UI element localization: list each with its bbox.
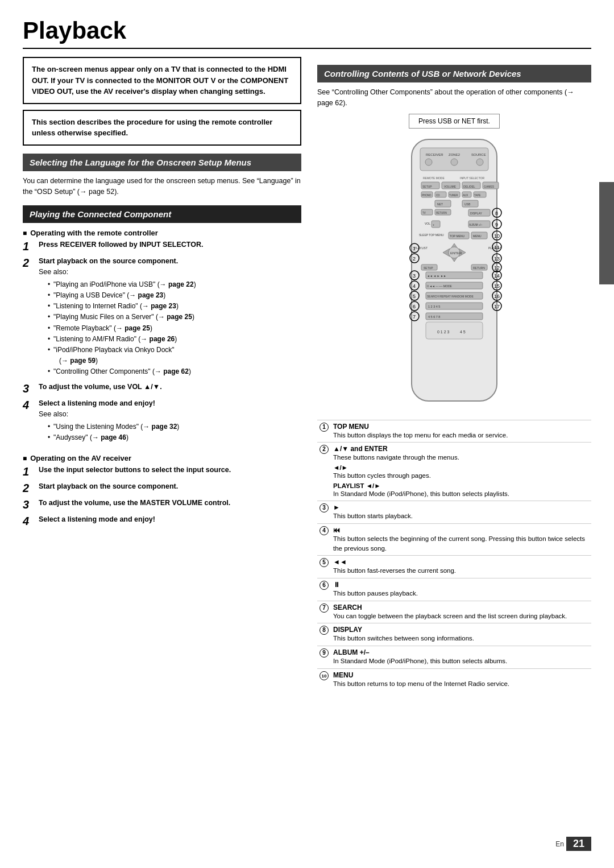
btn-desc-2a: This button cycles through pages. <box>333 471 589 481</box>
svg-text:11: 11 <box>494 244 500 250</box>
btn-num-10: 10 <box>317 668 331 691</box>
bullet-8: "Controlling Other Components" (→ page 6… <box>48 366 301 377</box>
svg-text:SETUP: SETUP <box>422 185 432 188</box>
svg-text:9: 9 <box>495 221 498 227</box>
sub2-step-3-num: 3 <box>23 498 35 511</box>
section1-title: Selecting the Language for the Onscreen … <box>30 158 251 167</box>
bullet-6: "Listening to AM/FM Radio" (→ page 26) <box>48 334 301 345</box>
sub2-step-2-num: 2 <box>23 481 35 495</box>
svg-text:TV: TV <box>422 212 426 214</box>
right-column: Controlling Contents of USB or Network D… <box>317 57 591 691</box>
bullet-10: "Audyssey" (→ page 46) <box>48 432 301 443</box>
btn-sublabel-2b: PLAYLIST ◄/► <box>333 482 589 489</box>
svg-text:SLEEP  TOP MENU: SLEEP TOP MENU <box>419 233 444 237</box>
svg-text:TUNER: TUNER <box>449 194 458 197</box>
warning-box-2: This section describes the procedure for… <box>23 110 301 146</box>
svg-text:◄◄  ◄  ►  ►►: ◄◄ ◄ ► ►► <box>427 274 446 278</box>
page-number-bar: En 21 <box>555 837 591 851</box>
step-2-bold: Start playback on the source component. <box>39 257 178 265</box>
step-4-bold: Select a listening mode and enjoy! <box>39 399 155 407</box>
step-1: 1 Press RECEIVER followed by INPUT SELEC… <box>23 239 301 253</box>
svg-text:ZONE2: ZONE2 <box>449 153 460 156</box>
svg-point-7 <box>476 159 483 166</box>
sub2-heading-text: Operating on the AV receiver <box>30 454 131 462</box>
bullet-2: "Playing a USB Device" (→ page 23) <box>48 290 301 301</box>
btn-label-4: ⏮ <box>333 526 589 534</box>
btn-num-2: 2 <box>317 443 331 501</box>
svg-text:ALBUM +/–: ALBUM +/– <box>469 224 483 226</box>
svg-text:RECEIVER: RECEIVER <box>426 153 443 156</box>
btn-label-9: ALBUM +/– <box>333 648 589 656</box>
sub2-step-4-bold: Select a listening mode and enjoy! <box>39 515 155 523</box>
warning-box-1: The on-screen menus appear only on a TV … <box>23 57 301 104</box>
btn-info-2: ▲/▼ and ENTER These buttons navigate thr… <box>331 443 591 501</box>
remote-diagram-wrap: RECEIVER ZONE2 SOURCE REMOTE MODE INPUT … <box>317 137 591 415</box>
main-content: The on-screen menus appear only on a TV … <box>23 57 591 691</box>
svg-text:RETURN: RETURN <box>436 212 447 214</box>
btn-row-6: 6 ⏸ This button pauses playback. <box>317 578 591 601</box>
svg-text:13: 13 <box>494 255 500 261</box>
svg-text:3: 3 <box>413 272 416 278</box>
step-2-bullets: "Playing an iPod/iPhone via USB" (→ page… <box>39 279 301 378</box>
warning-text-1: The on-screen menus appear only on a TV … <box>32 65 288 96</box>
step-3-num: 3 <box>23 382 35 395</box>
warning-text-2: This section describes the procedure for… <box>32 118 272 138</box>
svg-text:10: 10 <box>494 233 500 238</box>
btn-desc-4: This button selects the beginning of the… <box>333 534 589 553</box>
btn-label-3: ► <box>333 503 589 511</box>
btn-row-10: 10 MENU This button returns to top menu … <box>317 668 591 691</box>
step-4-num: 4 <box>23 398 35 445</box>
btn-label-1: TOP MENU <box>333 423 589 431</box>
btn-num-1: 1 <box>317 420 331 443</box>
sub2-step-2-content: Start playback on the source component. <box>39 481 301 495</box>
sub2-step-4-content: Select a listening mode and enjoy! <box>39 514 301 528</box>
title-rule <box>23 48 591 49</box>
section1-header: Selecting the Language for the Onscreen … <box>23 154 301 171</box>
svg-text:0  1  2  3: 0 1 2 3 <box>437 330 450 334</box>
btn-info-6: ⏸ This button pauses playback. <box>331 578 591 601</box>
svg-text:14: 14 <box>494 272 500 278</box>
svg-text:SEARCH  REPEAT  RANDOM  MODE: SEARCH REPEAT RANDOM MODE <box>427 295 474 298</box>
bullet-1: "Playing an iPod/iPhone via USB" (→ page… <box>48 279 301 290</box>
step-2-content: Start playback on the source component. … <box>39 256 301 379</box>
btn-row-7: 7 SEARCH You can toggle between the play… <box>317 601 591 623</box>
btn-row-1: 1 TOP MENU This button displays the top … <box>317 420 591 443</box>
step-2: 2 Start playback on the source component… <box>23 256 301 379</box>
right-section-title: Controlling Contents of USB or Network D… <box>324 69 521 78</box>
svg-text:VOLUME: VOLUME <box>444 185 457 188</box>
svg-text:USB: USB <box>464 202 471 206</box>
section1-body: You can determine the language used for … <box>23 176 301 198</box>
svg-text:TOP MENU: TOP MENU <box>450 234 465 238</box>
btn-info-4: ⏮ This button selects the beginning of t… <box>331 524 591 556</box>
btn-info-9: ALBUM +/– In Standard Mode (iPod/iPhone)… <box>331 646 591 669</box>
en-label: En <box>555 840 564 848</box>
btn-desc-10: This button returns to top menu of the I… <box>333 679 589 689</box>
sub1-heading: Operating with the remote controller <box>23 229 301 237</box>
btn-label-5: ◄◄ <box>333 558 589 566</box>
bullet-9: "Using the Listening Modes" (→ page 32) <box>48 421 301 432</box>
sub2-step-4: 4 Select a listening mode and enjoy! <box>23 514 301 528</box>
step-1-content: Press RECEIVER followed by INPUT SELECTO… <box>39 239 301 253</box>
bullet-7: "iPod/iPhone Playback via Onkyo Dock" (→… <box>48 345 301 366</box>
btn-info-7: SEARCH You can toggle between the playba… <box>331 601 591 623</box>
svg-text:5: 5 <box>413 293 416 299</box>
btn-num-4: 4 <box>317 524 331 556</box>
svg-point-6 <box>451 159 458 166</box>
step-3-content: To adjust the volume, use VOL ▲/▼. <box>39 382 301 395</box>
bullet-5: "Remote Playback" (→ page 25) <box>48 323 301 334</box>
sub2-step-1-num: 1 <box>23 465 35 478</box>
svg-text:REMOTE MODE: REMOTE MODE <box>423 176 445 180</box>
btn-num-3: 3 <box>317 501 331 524</box>
btn-info-3: ► This button starts playback. <box>331 501 591 524</box>
left-column: The on-screen menus appear only on a TV … <box>23 57 301 691</box>
svg-text:15: 15 <box>494 283 500 288</box>
sub2-step-1-bold: Use the input selector buttons to select… <box>39 466 231 474</box>
sub2-step-4-num: 4 <box>23 514 35 528</box>
btn-row-2: 2 ▲/▼ and ENTER These buttons navigate t… <box>317 443 591 501</box>
step-3-bold: To adjust the volume, use VOL ▲/▼. <box>39 383 162 391</box>
sub2-step-3-content: To adjust the volume, use the MASTER VOL… <box>39 498 301 511</box>
svg-text:17: 17 <box>494 303 500 309</box>
usb-box-text: Press USB or NET first. <box>418 117 490 125</box>
page-title: Playback <box>23 17 591 44</box>
btn-desc-7: You can toggle between the playback scre… <box>333 611 589 621</box>
